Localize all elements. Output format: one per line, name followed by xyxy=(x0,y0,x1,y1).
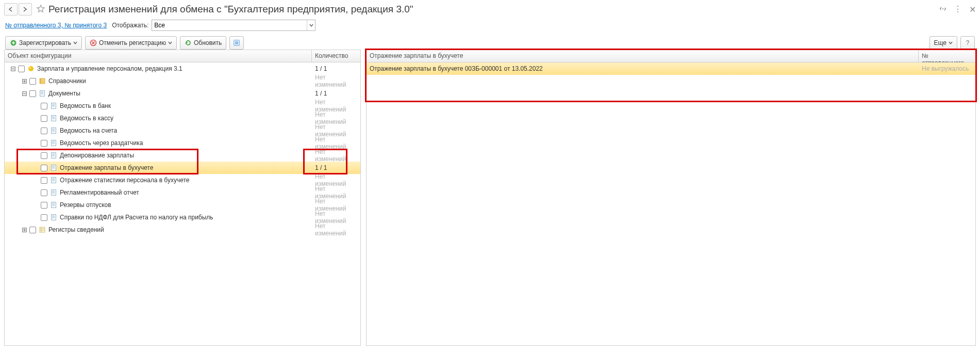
help-icon: ? xyxy=(966,39,970,46)
doc-icon xyxy=(49,139,58,147)
favorite-star-icon[interactable] xyxy=(36,4,45,15)
doc-icon xyxy=(49,189,58,196)
tree-checkbox[interactable] xyxy=(29,227,36,233)
collapse-icon[interactable] xyxy=(21,91,27,96)
tree-item-label: Ведомость в банк xyxy=(60,102,111,109)
more-label: Еще xyxy=(934,39,946,46)
tree-row[interactable]: СправочникиНет изменений xyxy=(5,75,360,87)
col-count[interactable]: Количество xyxy=(312,50,360,62)
tree-checkbox[interactable] xyxy=(41,115,47,122)
cancel-registration-label: Отменить регистрацию xyxy=(99,39,166,46)
help-button[interactable]: ? xyxy=(960,36,975,50)
doc-icon xyxy=(49,102,58,109)
cancel-registration-button[interactable]: Отменить регистрацию xyxy=(85,36,177,50)
col-object[interactable]: Объект конфигурации xyxy=(5,50,312,62)
filter-label: Отображать: xyxy=(112,22,148,29)
tree-item-label: Ведомость через раздатчика xyxy=(60,139,143,147)
tree-checkbox[interactable] xyxy=(41,103,47,109)
tree-row[interactable]: Зарплата и управление персоналом, редакц… xyxy=(5,62,360,75)
display-filter-input[interactable] xyxy=(152,20,307,30)
tree-row[interactable]: Регистры сведенийНет изменений xyxy=(5,224,360,236)
tree-item-count: Нет изменений xyxy=(312,74,360,88)
tree-row[interactable]: Регламентированный отчетНет изменений xyxy=(5,186,360,199)
register-label: Зарегистрировать xyxy=(19,39,71,46)
tree-checkbox[interactable] xyxy=(41,165,47,171)
doc-icon xyxy=(49,201,58,209)
tree-checkbox[interactable] xyxy=(41,128,47,134)
refresh-label: Обновить xyxy=(194,39,222,46)
tree-row[interactable]: Ведомость на счетаНет изменений xyxy=(5,124,360,137)
tree-item-label: Резервы отпусков xyxy=(60,201,111,209)
tree-checkbox[interactable] xyxy=(41,189,47,196)
tree-row[interactable]: Резервы отпусковНет изменений xyxy=(5,199,360,211)
tree-item-label: Документы xyxy=(48,90,80,97)
tree-item-label: Ведомость в кассу xyxy=(60,115,113,122)
tree-row[interactable]: Ведомость в кассуНет изменений xyxy=(5,112,360,124)
tree-checkbox[interactable] xyxy=(29,90,36,97)
expand-icon[interactable] xyxy=(21,228,27,232)
register-button[interactable]: Зарегистрировать xyxy=(5,36,82,50)
tree-checkbox[interactable] xyxy=(41,214,47,221)
config-tree-pane: Объект конфигурации Количество Зарплата … xyxy=(4,50,361,346)
tree-row[interactable]: Ведомость через раздатчикаНет изменений xyxy=(5,137,360,149)
collapse-icon[interactable] xyxy=(10,67,16,71)
chevron-down-icon xyxy=(168,39,172,46)
tree-item-label: Регламентированный отчет xyxy=(60,189,139,196)
nav-forward-button[interactable] xyxy=(19,3,32,15)
tree-row[interactable]: Отражение статистики персонала в бухучет… xyxy=(5,174,360,186)
add-icon xyxy=(10,39,17,46)
detail-pane: Отражение зарплаты в бухучете № отправле… xyxy=(366,50,976,346)
close-icon[interactable]: ✕ xyxy=(969,5,976,14)
detail-row[interactable]: Отражение зарплаты в бухучете 00ЗБ-00000… xyxy=(367,62,975,75)
tree-checkbox[interactable] xyxy=(18,66,25,72)
doc-icon xyxy=(38,90,46,97)
settings-icon xyxy=(233,39,240,46)
detail-name: Отражение зарплаты в бухучете 00ЗБ-00000… xyxy=(367,65,919,72)
tree-checkbox[interactable] xyxy=(41,140,47,147)
tree-item-label: Отражение статистики персонала в бухучет… xyxy=(60,177,190,184)
tree-row[interactable]: Документы1 / 1 xyxy=(5,87,360,100)
reg-icon xyxy=(38,226,46,233)
doc-icon xyxy=(49,152,58,159)
doc-icon xyxy=(49,177,58,184)
tree-item-label: Зарплата и управление персоналом, редакц… xyxy=(37,65,182,72)
expand-icon[interactable] xyxy=(21,79,27,84)
tree-row[interactable]: Ведомость в банкНет изменений xyxy=(5,100,360,112)
kebab-menu-icon[interactable]: ⋮ xyxy=(954,5,962,13)
display-filter-combo[interactable] xyxy=(152,20,315,31)
tree-checkbox[interactable] xyxy=(41,152,47,159)
chevron-down-icon xyxy=(73,39,77,46)
dropdown-icon[interactable] xyxy=(307,20,315,30)
tree-item-count: 1 / 1 xyxy=(312,90,360,97)
tree-item-count: Нет изменений xyxy=(312,222,360,237)
link-icon[interactable] xyxy=(939,5,946,14)
doc-icon xyxy=(49,164,58,171)
tree-item-count: 1 / 1 xyxy=(312,164,360,171)
tree-row[interactable]: Отражение зарплаты в бухучете1 / 1 xyxy=(5,162,360,174)
tree-item-label: Справки по НДФЛ для Расчета по налогу на… xyxy=(60,214,213,221)
refresh-icon xyxy=(185,39,192,46)
col-sent-number[interactable]: № отправленного xyxy=(919,50,975,62)
tree-item-count: 1 / 1 xyxy=(312,65,360,72)
tree-row[interactable]: Депонирование зарплатыНет изменений xyxy=(5,149,360,162)
tree-item-count: Нет изменений xyxy=(312,148,360,163)
tree-row[interactable]: Справки по НДФЛ для Расчета по налогу на… xyxy=(5,211,360,224)
tree-item-label: Депонирование зарплаты xyxy=(60,152,134,159)
tree-item-label: Ведомость на счета xyxy=(60,127,117,134)
tree-item-label: Регистры сведений xyxy=(48,226,104,233)
refresh-button[interactable]: Обновить xyxy=(180,36,226,50)
settings-button[interactable] xyxy=(229,36,244,50)
sent-received-link[interactable]: № отправленного 3, № принятого 3 xyxy=(5,22,107,29)
doc-icon xyxy=(49,115,58,122)
tree-checkbox[interactable] xyxy=(41,202,47,209)
tree-item-label: Справочники xyxy=(48,77,86,85)
nav-back-button[interactable] xyxy=(4,3,18,15)
tree-checkbox[interactable] xyxy=(41,177,47,184)
ball-icon xyxy=(27,65,35,72)
more-button[interactable]: Еще xyxy=(929,36,957,50)
tree-checkbox[interactable] xyxy=(29,78,36,85)
doc-icon xyxy=(49,214,58,221)
page-title: Регистрация изменений для обмена с "Бухг… xyxy=(48,4,413,15)
chevron-down-icon xyxy=(949,39,953,46)
col-detail-name[interactable]: Отражение зарплаты в бухучете xyxy=(367,50,919,62)
